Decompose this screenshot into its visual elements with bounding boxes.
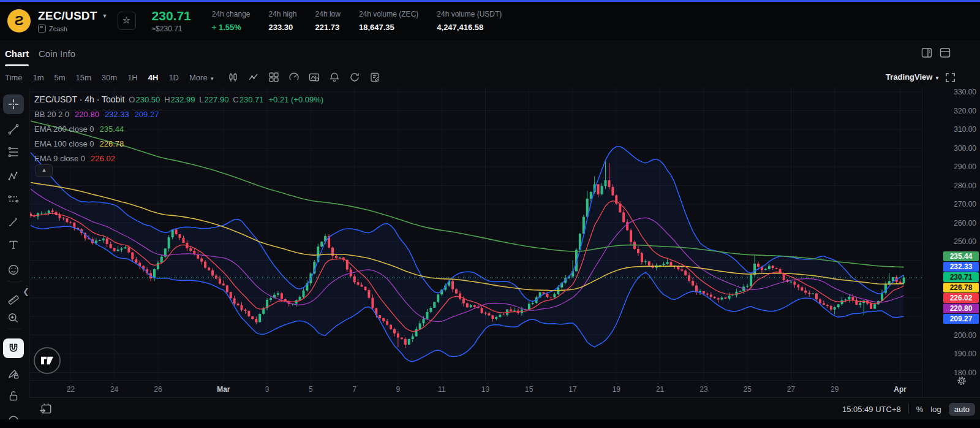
- tab-chart[interactable]: Chart: [5, 48, 29, 59]
- market-stats: 24h change+ 1.55%24h high233.3024h low22…: [212, 10, 502, 32]
- xabcd-pattern-icon: [7, 170, 20, 183]
- clock[interactable]: 15:05:49 UTC+8: [842, 405, 901, 414]
- timeframe-1H[interactable]: 1H: [127, 73, 138, 82]
- lock-tool[interactable]: [3, 386, 24, 406]
- draw-lock-icon: [7, 368, 20, 380]
- crosshair-icon: [7, 98, 20, 110]
- time-tick-15: 15: [525, 385, 533, 394]
- stat-3: 24h volume (ZEC)18,647.35: [359, 10, 418, 32]
- chevron-down-icon: ▼: [209, 76, 214, 82]
- toolbar-collapse-chevron-icon[interactable]: ❮: [23, 287, 29, 296]
- price-tick: 200.00: [954, 331, 976, 340]
- last-price: 230.71: [152, 9, 191, 23]
- time-tick-19: 19: [612, 385, 620, 394]
- price-tick: 290.00: [954, 162, 976, 171]
- order-note-icon[interactable]: [369, 72, 380, 83]
- price-tick: 280.00: [954, 182, 976, 190]
- time-tick-22: 22: [67, 385, 75, 394]
- price-tick: 330.00: [954, 88, 976, 96]
- price-tick: 310.00: [954, 125, 976, 134]
- header: Ƨ ZEC/USDT ▼ Zcash ☆ 230.71 ≈$230.71 24h…: [0, 2, 980, 40]
- time-tick-9: 9: [396, 385, 401, 394]
- pair-name[interactable]: ZEC/USDT: [38, 9, 97, 23]
- gauge-icon[interactable]: [288, 72, 300, 83]
- chevron-down-icon: ▼: [935, 75, 940, 81]
- favorite-star-button[interactable]: ☆: [118, 12, 136, 30]
- price-axis[interactable]: 330.00320.00310.00300.00290.00280.00270.…: [922, 87, 980, 397]
- projection-tool[interactable]: [3, 189, 24, 209]
- text-tool-tool[interactable]: [3, 235, 24, 254]
- stat-1: 24h high233.30: [269, 10, 297, 32]
- tabs-row: ChartCoin Info: [0, 40, 980, 68]
- alert-bell-icon[interactable]: [329, 72, 340, 83]
- price-tick: 180.00: [954, 369, 976, 377]
- time-tick-Mar: Mar: [217, 385, 230, 394]
- brush-tool[interactable]: [3, 212, 24, 232]
- more-timeframes-button[interactable]: More ▼: [189, 73, 214, 82]
- indicator-icon[interactable]: [248, 72, 259, 83]
- timeframe-15m[interactable]: 15m: [76, 73, 91, 82]
- timeframe-5m[interactable]: 5m: [54, 73, 65, 82]
- brush-icon: [7, 216, 20, 228]
- xabcd-pattern-tool[interactable]: [3, 167, 24, 186]
- timeframe-4H[interactable]: 4H: [148, 73, 159, 82]
- draw-lock-tool[interactable]: [3, 364, 24, 384]
- legend-collapse-button[interactable]: ▲: [36, 164, 53, 177]
- price-tick: 270.00: [954, 200, 976, 208]
- hide-all-tool[interactable]: [3, 411, 24, 419]
- chart-provider-menu[interactable]: TradingView ▼: [886, 72, 940, 82]
- time-axis[interactable]: 222426Mar357911131517192123252729Apr: [29, 380, 922, 398]
- stat-0: 24h change+ 1.55%: [212, 10, 251, 32]
- snapshot-icon[interactable]: [309, 72, 320, 83]
- magnet-tool[interactable]: [3, 338, 24, 358]
- fib-lines-tool[interactable]: [3, 142, 24, 162]
- trendline-icon: [7, 123, 20, 136]
- time-tick-5: 5: [309, 385, 313, 394]
- chart-area[interactable]: ZEC/USDT · 4h · ToobitO230.50H232.99L227…: [29, 87, 980, 397]
- time-tick-23: 23: [699, 385, 707, 394]
- time-tick-11: 11: [438, 385, 445, 394]
- go-to-date-icon[interactable]: [39, 402, 53, 416]
- candlestick-chart[interactable]: [29, 87, 922, 380]
- time-tick-17: 17: [568, 385, 576, 394]
- panel-top-icon[interactable]: [940, 47, 951, 58]
- refresh-icon[interactable]: [349, 72, 360, 83]
- time-tick-24: 24: [110, 385, 118, 394]
- price-label-226.02: 226.02: [943, 293, 979, 303]
- fullscreen-icon[interactable]: [945, 72, 956, 83]
- layout-grid-icon[interactable]: [268, 72, 279, 83]
- price-label-220.80: 220.80: [943, 304, 979, 313]
- emoji-tool[interactable]: [3, 260, 24, 280]
- toolbar-divider: [7, 329, 22, 329]
- timeframe-1D[interactable]: 1D: [168, 73, 179, 82]
- percent-scale-button[interactable]: %: [916, 405, 924, 414]
- drawing-toolbar: [0, 87, 30, 419]
- gear-icon[interactable]: [956, 375, 967, 389]
- price-tick: 320.00: [954, 107, 976, 115]
- candles-icon[interactable]: [228, 72, 239, 83]
- zoom-in-tool[interactable]: [3, 308, 24, 328]
- stat-4: 24h volume (USDT)4,247,416.58: [437, 10, 502, 32]
- usd-price: ≈$230.71: [152, 25, 191, 33]
- divider: [908, 404, 909, 414]
- ruler-tool[interactable]: [3, 290, 24, 310]
- window-edge: [0, 419, 980, 428]
- time-tick-29: 29: [831, 385, 839, 394]
- time-tick-3: 3: [265, 385, 270, 394]
- price-tick: 250.00: [954, 237, 976, 246]
- panel-right-icon[interactable]: [921, 47, 932, 58]
- chevron-down-icon[interactable]: ▼: [102, 13, 108, 19]
- auto-scale-button[interactable]: auto: [949, 403, 975, 416]
- time-tick-27: 27: [787, 385, 795, 394]
- trendline-tool[interactable]: [3, 120, 24, 139]
- coin-badge-icon: [38, 25, 46, 32]
- tradingview-logo: [34, 347, 61, 374]
- timeframe-30m[interactable]: 30m: [102, 73, 117, 82]
- crosshair-tool[interactable]: [3, 94, 24, 114]
- price-label-232.33: 232.33: [943, 262, 979, 272]
- log-scale-button[interactable]: log: [930, 405, 941, 414]
- time-tick-13: 13: [481, 385, 489, 394]
- tab-coin-info[interactable]: Coin Info: [39, 48, 75, 59]
- timeframe-1m[interactable]: 1m: [32, 73, 43, 82]
- lock-icon: [7, 390, 20, 402]
